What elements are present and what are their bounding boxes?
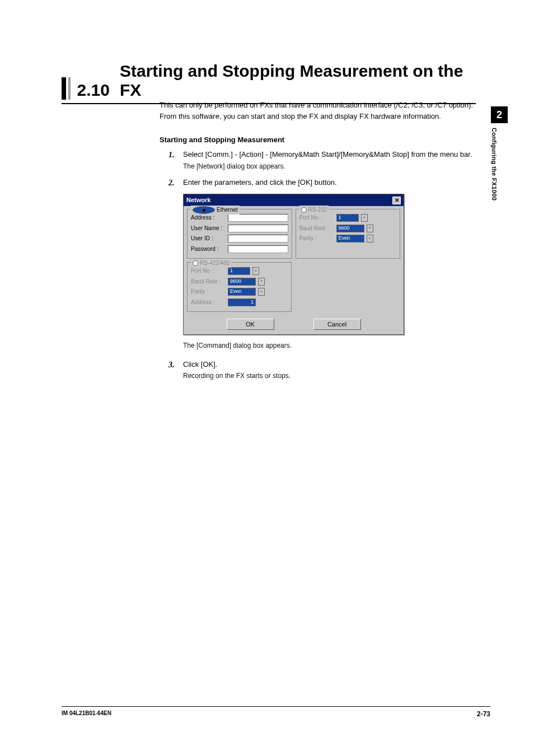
baud-select[interactable]: 9600	[336, 225, 364, 232]
field-label: User Name :	[191, 224, 226, 233]
group-legend-text: Ethernet	[217, 206, 238, 214]
group-rs232: RS-232 Port No. :1▼ Baud Rate :9600▼ Par…	[296, 209, 401, 259]
userid-input[interactable]	[228, 235, 288, 242]
note-text: The [Command] dialog box appears.	[183, 340, 473, 351]
page-number: 2-73	[477, 710, 490, 718]
intro-paragraph: This can only be performed on FXs that h…	[160, 100, 473, 122]
dialog-title-text: Network	[186, 195, 210, 205]
step-subtext: Recording on the FX starts or stops.	[183, 371, 473, 381]
step-text: Enter the parameters, and click the [OK]…	[183, 177, 473, 188]
step-number: 3.	[168, 359, 175, 371]
field-label: Parity :	[191, 287, 226, 296]
doc-id: IM 04L21B01-64EN	[62, 710, 111, 718]
chevron-down-icon[interactable]: ▼	[258, 278, 265, 286]
step-1: 1. Select [Comm.] - [Action] - [Memory&M…	[160, 149, 473, 171]
group-legend-text: RS-232	[308, 206, 327, 214]
body-content: This can only be performed on FXs that h…	[160, 100, 473, 387]
step-text: Select [Comm.] - [Action] - [Memory&Math…	[183, 149, 473, 160]
field-label: Baud Rate :	[191, 277, 226, 286]
network-dialog: Network ✕ Ethernet Address : User Name :…	[183, 194, 404, 335]
parity-select[interactable]: Even	[228, 288, 256, 296]
username-input[interactable]	[228, 225, 288, 232]
step-3: 3. Click [OK]. Recording on the FX start…	[160, 359, 473, 381]
after-dialog-note: The [Command] dialog box appears.	[160, 340, 473, 351]
group-legend-text: RS-422/485	[200, 259, 229, 268]
chapter-side-tab: 2 Configuring the FX1000	[491, 106, 508, 200]
section-title: Starting and Stopping Measurement on the…	[120, 62, 476, 100]
heading-stripe	[62, 77, 66, 100]
parity-select[interactable]: Even	[336, 235, 364, 242]
chapter-number-badge: 2	[491, 106, 508, 123]
radio-rs422[interactable]: RS-422/485	[191, 259, 231, 268]
field-label: Password :	[191, 245, 226, 254]
field-label: User ID :	[191, 234, 226, 243]
group-rs422: RS-422/485 Port No. :1▼ Baud Rate :9600▼…	[187, 262, 292, 312]
port-select[interactable]: 1	[228, 267, 250, 275]
group-ethernet: Ethernet Address : User Name : User ID :…	[187, 209, 292, 259]
radio-icon	[301, 207, 307, 213]
close-icon[interactable]: ✕	[392, 197, 401, 204]
step-2: 2. Enter the parameters, and click the […	[160, 177, 473, 188]
chevron-down-icon[interactable]: ▼	[258, 288, 265, 296]
ok-button[interactable]: OK	[227, 319, 274, 330]
dialog-body: Ethernet Address : User Name : User ID :…	[184, 206, 404, 334]
chevron-down-icon[interactable]: ▼	[252, 267, 259, 275]
radio-rs232[interactable]: RS-232	[299, 206, 329, 214]
chapter-label: Configuring the FX1000	[491, 123, 498, 200]
heading-stripe-thin	[68, 77, 71, 100]
field-label: Port No. :	[191, 267, 226, 276]
section-number: 2.10	[77, 81, 110, 100]
field-label: Parity :	[299, 234, 334, 243]
baud-select[interactable]: 9600	[228, 278, 256, 286]
field-label: Address :	[191, 298, 226, 307]
radio-icon	[193, 206, 215, 214]
step-text: Click [OK].	[183, 359, 473, 370]
step-number: 2.	[168, 177, 175, 189]
section-heading: 2.10 Starting and Stopping Measurement o…	[62, 62, 476, 104]
address-input[interactable]	[228, 214, 288, 222]
step-subtext: The [Network] dialog box appears.	[183, 161, 473, 172]
chevron-down-icon[interactable]: ▼	[367, 225, 373, 232]
cancel-button[interactable]: Cancel	[313, 319, 361, 330]
radio-icon	[193, 260, 198, 266]
page-footer: IM 04L21B01-64EN 2-73	[62, 706, 490, 718]
field-label: Port No. :	[299, 213, 334, 222]
password-input[interactable]	[228, 245, 288, 253]
subheading: Starting and Stopping Measurement	[160, 134, 473, 146]
radio-ethernet[interactable]: Ethernet	[191, 206, 240, 214]
port-select[interactable]: 1	[336, 214, 359, 222]
step-number: 1.	[168, 149, 175, 161]
page: 2 Configuring the FX1000 2.10 Starting a…	[0, 0, 534, 756]
field-label: Baud Rate :	[299, 224, 334, 233]
chevron-down-icon[interactable]: ▼	[361, 214, 368, 222]
address-select[interactable]: 1	[228, 298, 256, 306]
field-label: Address :	[191, 213, 226, 222]
chevron-down-icon[interactable]: ▼	[367, 235, 373, 242]
dialog-titlebar: Network ✕	[184, 194, 404, 206]
